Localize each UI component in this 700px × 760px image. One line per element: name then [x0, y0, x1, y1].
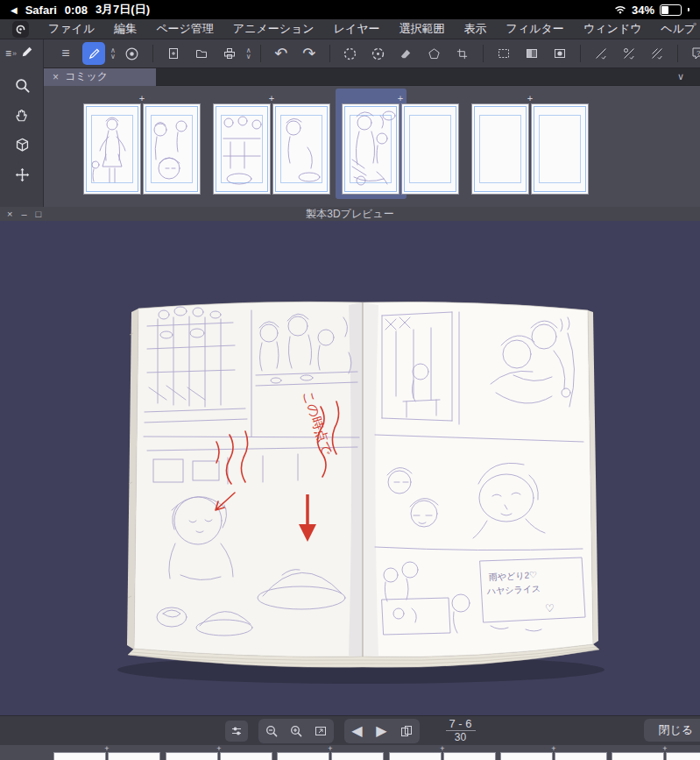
menu-layer[interactable]: レイヤー [334, 21, 380, 37]
snap-special-ruler-button[interactable] [618, 42, 640, 65]
export-stepper[interactable]: ∧∨ [246, 47, 251, 60]
spread-view-button[interactable] [395, 721, 418, 742]
battery-cap [688, 8, 689, 11]
menu-file[interactable]: ファイル [48, 21, 95, 37]
clip-studio-logo[interactable] [12, 21, 29, 38]
bottom-thumbnail-strip: + + + + + + [0, 745, 700, 760]
mask-button[interactable] [548, 42, 571, 65]
app-screen: ◀ Safari 0:08 3月7日(日) 34% ファイル 編集 ページ管理 … [0, 0, 700, 760]
preview-canvas[interactable]: この時点で [0, 221, 700, 715]
gradient-button[interactable] [520, 42, 543, 65]
prev-page-button[interactable]: ◀ [346, 721, 369, 742]
window-close-icon[interactable]: × [7, 209, 12, 219]
page-thumbnail[interactable] [143, 103, 201, 195]
fit-to-screen-button[interactable] [309, 721, 332, 742]
rotate-3d-tool-button[interactable] [0, 130, 44, 160]
spread-thumbnail-2[interactable]: + [213, 93, 330, 195]
tool-stepper[interactable]: ∧∨ [110, 47, 116, 60]
main-toolbar: ≡ ∧∨ ∧∨ ↶ ↷ [0, 39, 700, 68]
spread-thumbnail-partial[interactable]: + [166, 746, 272, 760]
main-menu-button[interactable]: ≡ [54, 42, 77, 65]
menu-page-manage[interactable]: ページ管理 [156, 21, 214, 37]
back-to-app-label[interactable]: Safari [25, 4, 57, 17]
new-page-button[interactable] [162, 42, 185, 65]
redo-button[interactable]: ↷ [298, 42, 321, 65]
pen-tool-button[interactable] [82, 42, 105, 65]
close-preview-button[interactable]: 閉じる [644, 719, 700, 742]
back-to-app-icon[interactable]: ◀ [11, 5, 18, 15]
collapse-strip-chevron-icon[interactable]: ∨ [677, 71, 684, 82]
preview-titlebar[interactable]: × – □ 製本3Dプレビュー [0, 207, 700, 222]
page-thumbnail[interactable] [471, 103, 529, 195]
current-tool-pen-icon[interactable] [21, 46, 33, 61]
spread-thumbnail-partial[interactable]: + [277, 746, 384, 760]
svg-text:?: ? [696, 49, 700, 57]
page-thumbnail-selected[interactable] [342, 103, 399, 195]
snap-grid-button[interactable] [646, 42, 668, 65]
sketch-heart: ♡ [545, 602, 555, 614]
spread-thumbnail-1[interactable]: + [83, 93, 201, 195]
zoom-in-button[interactable] [285, 721, 308, 742]
window-minimize-icon[interactable]: – [21, 209, 26, 219]
tool-sidebar: ≡» [0, 39, 44, 207]
status-time: 0:08 [65, 4, 88, 17]
wifi-icon [614, 4, 626, 17]
spread-thumbnail-4[interactable]: + [471, 93, 589, 195]
hand-tool-button[interactable] [0, 100, 44, 130]
spread-thumbnail-partial[interactable]: + [53, 746, 160, 760]
page-sketch [342, 103, 399, 195]
help-button[interactable]: ? [687, 42, 700, 65]
zoom-button-group [258, 719, 334, 743]
menu-window[interactable]: ウィンドウ [583, 21, 642, 37]
export-button[interactable] [218, 42, 241, 65]
undo-button[interactable]: ↶ [270, 42, 293, 65]
menu-edit[interactable]: 編集 [114, 21, 137, 37]
zoom-out-button[interactable] [260, 721, 283, 742]
page-thumbnail[interactable] [83, 103, 141, 195]
tab-label: コミック [65, 69, 108, 84]
status-bar: ◀ Safari 0:08 3月7日(日) 34% [0, 0, 700, 19]
page-thumbnail-strip: + + [44, 86, 700, 207]
page-sketch [143, 103, 201, 195]
clear-button[interactable] [339, 42, 362, 65]
menu-help[interactable]: ヘルプ [661, 21, 696, 37]
menu-animation[interactable]: アニメーション [233, 21, 315, 37]
menu-bar: ファイル 編集 ページ管理 アニメーション レイヤー 選択範囲 表示 フィルター… [0, 19, 700, 39]
page-thumbnail[interactable] [213, 103, 271, 195]
preview-window-title: 製本3Dプレビュー [0, 207, 700, 222]
toolbar-separator [152, 45, 153, 62]
page-thumbnail[interactable] [531, 103, 589, 195]
view-settings-button[interactable] [225, 721, 248, 742]
menu-filter[interactable]: フィルター [506, 21, 564, 37]
next-page-button[interactable]: ▶ [371, 721, 393, 742]
spread-thumbnail-partial[interactable]: + [612, 746, 700, 760]
registration-mark: + [342, 93, 459, 103]
window-maximize-icon[interactable]: □ [36, 209, 42, 219]
reset-view-button[interactable] [367, 42, 390, 65]
spread-thumbnail-partial[interactable]: + [500, 746, 607, 760]
open-file-button[interactable] [190, 42, 213, 65]
blend-tool-button[interactable] [395, 42, 418, 65]
page-nav-group: ◀ ▶ [344, 719, 420, 743]
palette-menu-button[interactable]: ≡» [5, 47, 17, 60]
page-thumbnail[interactable] [272, 103, 330, 195]
spread-thumbnail-partial[interactable]: + [389, 746, 496, 760]
move-tool-button[interactable] [0, 160, 44, 189]
snap-ruler-button[interactable] [590, 42, 612, 65]
toolbar-separator [329, 45, 330, 62]
figure-tool-button[interactable] [423, 42, 446, 65]
tab-close-icon[interactable]: × [53, 71, 59, 83]
status-date: 3月7日(日) [95, 2, 150, 18]
menu-view[interactable]: 表示 [464, 21, 487, 37]
crop-mark-button[interactable] [451, 42, 474, 65]
select-area-button[interactable] [492, 42, 515, 65]
spread-thumbnail-3-selected[interactable]: + [342, 93, 459, 195]
tab-comic[interactable]: × コミック [44, 68, 156, 86]
toolbar-separator [580, 45, 581, 62]
brush-size-button[interactable] [121, 42, 144, 65]
book-3d-model[interactable]: この時点で [0, 221, 700, 715]
menu-selection[interactable]: 選択範囲 [399, 21, 445, 37]
zoom-tool-button[interactable] [0, 70, 44, 100]
page-thumbnail[interactable] [401, 103, 459, 195]
battery-percent: 34% [632, 4, 654, 17]
